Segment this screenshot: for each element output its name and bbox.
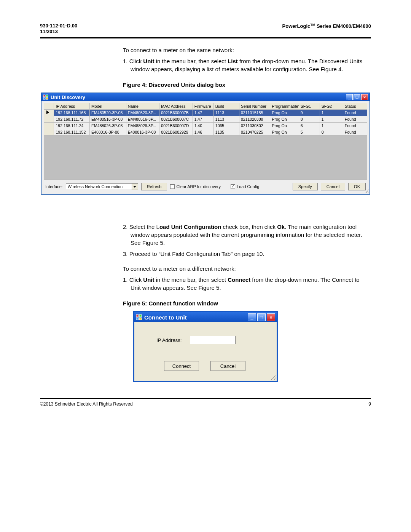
cell: 192.168.111.24 (54, 123, 90, 129)
cell: Found (343, 123, 367, 129)
table-row[interactable]: 192.168.111.24EM488026-3P-08EM488026-3P.… (44, 123, 367, 129)
col-sfg2[interactable]: SFG2 (320, 103, 343, 110)
product-title: PowerLogicTM Series EM4000/EM4800 (282, 23, 371, 34)
cell: EM488026-3P-08 (90, 123, 126, 129)
footer-rule (40, 398, 371, 399)
close-icon[interactable]: × (361, 94, 368, 100)
cell: 0210470225 (239, 129, 270, 136)
svg-rect-1 (46, 95, 48, 97)
cell: 0211015155 (239, 110, 270, 116)
cancel-button[interactable]: Cancel (210, 361, 245, 371)
chevron-down-icon[interactable] (132, 184, 138, 190)
svg-rect-0 (43, 95, 45, 97)
cell: 192.168.111.168 (54, 110, 90, 116)
cell: 1.46 (193, 129, 213, 136)
row-header-blank (44, 103, 54, 110)
col-sfg1[interactable]: SFG1 (299, 103, 320, 110)
resize-grip-icon[interactable] (270, 374, 276, 380)
close-icon[interactable]: × (267, 313, 275, 321)
minimize-icon[interactable]: _ (346, 94, 353, 100)
cell: Prog On (270, 129, 299, 136)
cell: 192.168.111.152 (54, 129, 90, 136)
col-firmware[interactable]: Firmware (193, 103, 213, 110)
figure-4-caption: Figure 4: Discovered Units dialog box (123, 81, 371, 88)
clear-arp-checkbox[interactable]: Clear ARP for discovery (170, 184, 221, 189)
col-serial[interactable]: Serial Number (239, 103, 270, 110)
table-row[interactable]: 192.168.111.72EM480516-3P-08EM480516-3P.… (44, 116, 367, 123)
col-build[interactable]: Build (213, 103, 239, 110)
ip-address-field[interactable] (190, 336, 236, 344)
interface-dropdown[interactable]: Wireless Network Connection (66, 183, 138, 190)
connect-titlebar[interactable]: Connect to Unit _ □ × (134, 312, 277, 322)
cell: EM488026-3P... (126, 123, 159, 129)
cell: 5 (299, 129, 320, 136)
cell: EM480520-3P-08 (90, 110, 126, 116)
step-3: 3. Proceed to “Unit Field Configuration … (123, 250, 371, 258)
header-rule (40, 37, 371, 38)
figure-5-caption: Figure 5: Connect function window (123, 300, 371, 307)
cell: 1.47 (193, 116, 213, 123)
cell: EM480516-3P... (126, 116, 159, 123)
cell: EM480516-3P-08 (90, 116, 126, 123)
cell: 1 (320, 116, 343, 123)
cell: Found (343, 110, 367, 116)
interface-value: Wireless Network Connection (68, 184, 132, 189)
connect-to-unit-window: Connect to Unit _ □ × IP Address: Connec… (133, 311, 278, 382)
minimize-icon[interactable]: _ (248, 313, 256, 321)
col-status[interactable]: Status (343, 103, 367, 110)
resize-grip-icon[interactable] (363, 188, 369, 193)
intro-same-network: To connect to a meter on the same networ… (123, 46, 371, 54)
cell: 0021B600007C (159, 116, 193, 123)
table-row[interactable]: 192.168.111.168EM480520-3P-08EM480520-3P… (44, 110, 367, 116)
svg-line-12 (273, 377, 276, 380)
cell: 192.168.111.72 (54, 116, 90, 123)
step-1-diff-network: 1. Click Unit in the menu bar, then sele… (123, 276, 371, 292)
cell: Found (343, 116, 367, 123)
step-1-same-network: 1. Click Unit in the menu bar, then sele… (123, 57, 371, 73)
col-mac[interactable]: MAC Address (159, 103, 193, 110)
cell: 0021B600007D (159, 123, 193, 129)
app-icon (136, 314, 142, 320)
cell: 1 (320, 123, 343, 129)
cell: 0021B6002929 (159, 129, 193, 136)
page-number: 9 (368, 401, 371, 407)
cell: 1 (320, 110, 343, 116)
cell: 1113 (213, 116, 239, 123)
refresh-button[interactable]: Refresh (141, 183, 167, 190)
load-config-checkbox[interactable]: ✓ Load Config (231, 184, 259, 189)
cancel-button[interactable]: Cancel (321, 183, 345, 190)
connect-button[interactable]: Connect (164, 361, 199, 371)
cell: E488016-3P-08 (126, 129, 159, 136)
connect-title: Connect to Unit (144, 314, 248, 321)
svg-rect-10 (139, 318, 142, 320)
cell: 9 (299, 110, 320, 116)
cell: Prog On (270, 116, 299, 123)
row-pointer (44, 123, 54, 129)
cell: Found (343, 129, 367, 136)
col-ip[interactable]: IP Address (54, 103, 90, 110)
interface-label: Interface: (45, 184, 63, 189)
svg-rect-2 (43, 97, 45, 99)
row-pointer (44, 116, 54, 123)
copyright: ©2013 Schneider Electric All Rights Rese… (40, 401, 133, 407)
table-row[interactable]: 192.168.111.152E488016-3P-08E488016-3P-0… (44, 129, 367, 136)
unit-discovery-window: Unit Discovery _ □ × IP Address Mode (41, 93, 370, 195)
load-config-label: Load Config (237, 184, 259, 189)
col-name[interactable]: Name (126, 103, 159, 110)
maximize-icon[interactable]: □ (354, 94, 360, 100)
cell: 1105 (213, 129, 239, 136)
cell: 0021B600007B (159, 110, 193, 116)
grid-empty-area (44, 136, 367, 180)
maximize-icon[interactable]: □ (257, 313, 266, 321)
cell: 1.47 (193, 110, 213, 116)
doc-number: 930-112-01-D.00 (40, 23, 77, 29)
cell: 0211030302 (239, 123, 270, 129)
cell: 1.40 (193, 123, 213, 129)
specify-button[interactable]: Specify (293, 183, 318, 190)
col-programmable[interactable]: Programmable? (270, 103, 299, 110)
app-icon (43, 94, 48, 100)
cell: E488016-3P-08 (90, 129, 126, 136)
unit-discovery-titlebar[interactable]: Unit Discovery _ □ × (41, 93, 370, 101)
col-model[interactable]: Model (90, 103, 126, 110)
discovered-units-table[interactable]: IP Address Model Name MAC Address Firmwa… (44, 103, 367, 136)
